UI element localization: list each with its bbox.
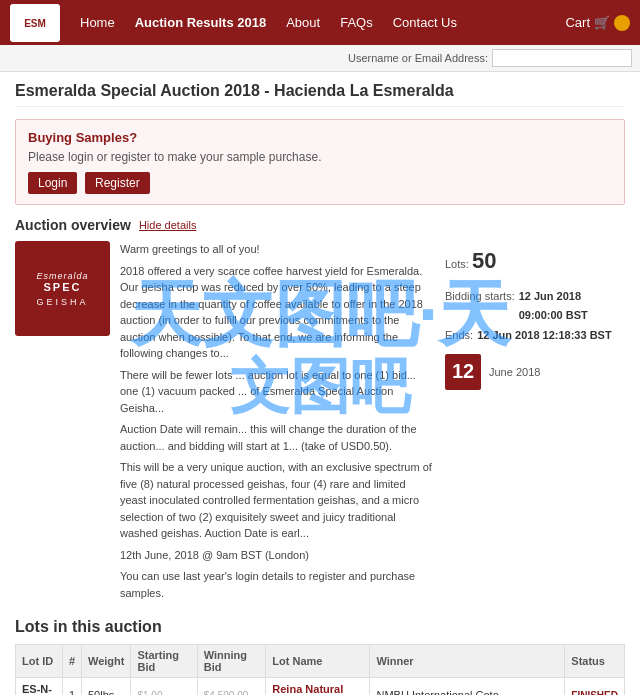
auction-body2: There will be fewer lots ... auction lot… xyxy=(120,367,433,417)
site-logo[interactable]: ESM xyxy=(10,4,60,42)
auction-body4: This will be a very unique auction, with… xyxy=(120,459,433,542)
cell-starting-bid: $1.00 xyxy=(131,678,197,696)
brand-name: Esmeralda xyxy=(36,271,88,281)
hide-details-link[interactable]: Hide details xyxy=(139,219,196,231)
register-button[interactable]: Register xyxy=(85,172,150,194)
cell-lot-name: Reina Natural Geir xyxy=(266,678,370,696)
date-number: 12 xyxy=(445,354,481,390)
col-winner: Winner xyxy=(370,645,565,678)
page-title: Esmeralda Special Auction 2018 - Haciend… xyxy=(15,82,625,107)
auction-intro: Warm greetings to all of you! xyxy=(120,241,433,258)
auction-overview: Auction overview Hide details Esmeralda … xyxy=(15,217,625,606)
cell-winner: NMBU International Coto. xyxy=(370,678,565,696)
cell-status: FINISHED xyxy=(565,678,625,696)
cell-num: 1 xyxy=(62,678,81,696)
auction-body3: Auction Date will remain... this will ch… xyxy=(120,421,433,454)
col-lot-name: Lot Name xyxy=(266,645,370,678)
lots-section: Lots in this auction Lot ID # Weight Sta… xyxy=(15,618,625,695)
navbar: ESM Home Auction Results 2018 About FAQs… xyxy=(0,0,640,45)
cell-weight: 50lbs xyxy=(82,678,131,696)
auction-overview-title: Auction overview xyxy=(15,217,131,233)
svg-text:ESM: ESM xyxy=(24,18,46,29)
lots-count: 50 xyxy=(472,248,496,273)
auction-left-panel: Esmeralda SPEC GEISHA Warm greetings to … xyxy=(15,241,433,606)
buying-samples-box: Buying Samples? Please login or register… xyxy=(15,119,625,205)
date-box: 12 June 2018 xyxy=(445,354,625,390)
auction-meta: Lots: 50 Bidding starts: 12 Jun 2018 09:… xyxy=(445,241,625,346)
username-label: Username or Email Address: xyxy=(348,52,488,64)
nav-links: Home Auction Results 2018 About FAQs Con… xyxy=(70,0,565,45)
bidding-start-row: Bidding starts: 12 Jun 2018 09:00:00 BST xyxy=(445,287,625,327)
bidding-start-label: Bidding starts: xyxy=(445,287,515,327)
auction-text-block: Warm greetings to all of you! 2018 offer… xyxy=(120,241,433,606)
nav-auction-results[interactable]: Auction Results 2018 xyxy=(125,0,277,45)
nav-home[interactable]: Home xyxy=(70,0,125,45)
login-button[interactable]: Login xyxy=(28,172,77,194)
auction-body5: 12th June, 2018 @ 9am BST (London) xyxy=(120,547,433,564)
spec-text: SPEC xyxy=(36,281,88,293)
table-header-row: Lot ID # Weight Starting Bid Winning Bid… xyxy=(16,645,625,678)
cell-winning-bid: $4,500.00 xyxy=(197,678,266,696)
geisha-text: GEISHA xyxy=(36,297,88,307)
buying-samples-heading: Buying Samples? xyxy=(28,130,612,145)
login-bar: Username or Email Address: xyxy=(0,45,640,72)
cart-label: Cart xyxy=(565,15,590,30)
auction-overview-header: Auction overview Hide details xyxy=(15,217,625,233)
lots-table: Lot ID # Weight Starting Bid Winning Bid… xyxy=(15,644,625,695)
col-winning-bid: Winning Bid xyxy=(197,645,266,678)
bidding-start-value: 12 Jun 2018 09:00:00 BST xyxy=(519,287,625,327)
buying-samples-desc: Please login or register to make your sa… xyxy=(28,150,612,164)
col-starting-bid: Starting Bid xyxy=(131,645,197,678)
nav-about[interactable]: About xyxy=(276,0,330,45)
cart-area[interactable]: Cart 🛒 xyxy=(565,15,630,31)
meta-lots: Lots: 50 xyxy=(445,241,625,281)
username-input[interactable] xyxy=(492,49,632,67)
date-text: June 2018 xyxy=(489,366,540,378)
col-lot-id: Lot ID xyxy=(16,645,63,678)
col-weight: Weight xyxy=(82,645,131,678)
cart-icon: 🛒 xyxy=(594,15,610,30)
auction-body1: 2018 offered a very scarce coffee harves… xyxy=(120,263,433,362)
lots-section-title: Lots in this auction xyxy=(15,618,625,636)
auction-right-panel: Lots: 50 Bidding starts: 12 Jun 2018 09:… xyxy=(445,241,625,606)
main-content: Esmeralda Special Auction 2018 - Haciend… xyxy=(0,72,640,695)
lots-label: Lots: xyxy=(445,258,469,270)
nav-faqs[interactable]: FAQs xyxy=(330,0,383,45)
auction-detail: Esmeralda SPEC GEISHA Warm greetings to … xyxy=(15,241,625,606)
nav-contact[interactable]: Contact Us xyxy=(383,0,467,45)
cart-count xyxy=(614,15,630,31)
auction-body6: You can use last year's login details to… xyxy=(120,568,433,601)
col-num: # xyxy=(62,645,81,678)
auction-image: Esmeralda SPEC GEISHA xyxy=(15,241,110,336)
table-row: ES-N-3-1150lbs$1.00$4,500.00Reina Natura… xyxy=(16,678,625,696)
ends-row: Ends: 12 Jun 2018 12:18:33 BST xyxy=(445,326,625,346)
cell-lot-id: ES-N-3-1 xyxy=(16,678,63,696)
ends-value: 12 Jun 2018 12:18:33 BST xyxy=(477,326,612,346)
ends-label: Ends: xyxy=(445,326,473,346)
col-status: Status xyxy=(565,645,625,678)
